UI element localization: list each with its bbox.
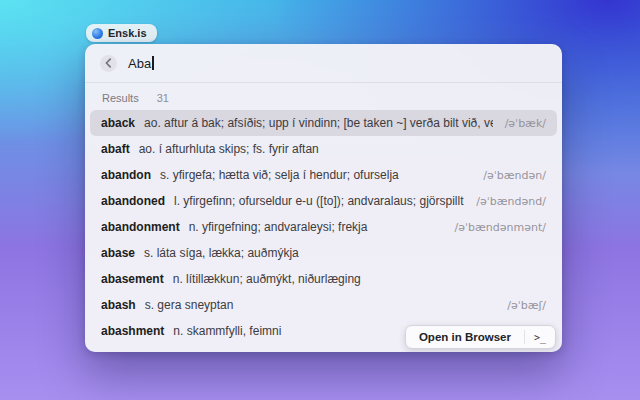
results-count: 31 <box>157 92 169 104</box>
entry-definition: s. minnka; slá af (um verð); gera enda á… <box>141 350 494 352</box>
dictionary-entry-row[interactable]: abasement n. lítillækkun; auðmýkt, niður… <box>90 266 557 292</box>
back-button[interactable] <box>100 55 117 72</box>
open-in-browser-button[interactable]: Open in Browser <box>406 326 524 348</box>
entry-definition: l. yfirgefinn; ofurseldur e-u ([to]); an… <box>174 194 464 208</box>
ensk-app-icon <box>92 28 103 39</box>
entry-phonetic: /əˈbændənd/ <box>476 195 546 208</box>
entry-word: abase <box>101 246 135 260</box>
results-label: Results <box>102 92 139 104</box>
dictionary-entry-row[interactable]: abase s. láta síga, lækka; auðmýkja <box>90 240 557 266</box>
entry-phonetic: /əˈbændən/ <box>483 169 546 182</box>
dictionary-entry-row[interactable]: abash s. gera sneyptan /əˈbæʃ/ <box>90 292 557 318</box>
entry-word: abaft <box>101 142 130 156</box>
entry-word: abashment <box>101 324 164 338</box>
search-input[interactable]: Aba <box>128 56 154 71</box>
entry-definition: ao. í afturhluta skips; fs. fyrir aftan <box>139 142 534 156</box>
chevron-left-icon <box>104 58 113 68</box>
entry-definition: n. yfirgefning; andvaraleysi; frekja <box>189 220 443 234</box>
search-query: Aba <box>128 56 151 71</box>
entry-definition: s. láta síga, lækka; auðmýkja <box>144 246 534 260</box>
dictionary-entry-row[interactable]: aback ao. aftur á bak; afsíðis; upp í vi… <box>90 110 557 136</box>
entry-phonetic: /əˈbæʃ/ <box>507 299 546 312</box>
entry-definition: n. lítillækkun; auðmýkt, niðurlæging <box>173 272 534 286</box>
entry-word: aback <box>101 116 135 130</box>
entry-word: abandonment <box>101 220 180 234</box>
text-cursor <box>152 56 154 70</box>
dictionary-entry-row[interactable]: abandoned l. yfirgefinn; ofurseldur e-u … <box>90 188 557 214</box>
search-bar: Aba <box>85 44 562 82</box>
results-list: aback ao. aftur á bak; afsíðis; upp í vi… <box>85 107 562 352</box>
entry-word: abandon <box>101 168 151 182</box>
terminal-prompt-icon: >_ <box>534 332 546 343</box>
terminal-shortcut-button[interactable]: >_ <box>525 326 555 348</box>
app-tab[interactable]: Ensk.is <box>86 24 157 42</box>
dictionary-entry-row[interactable]: abandonment n. yfirgefning; andvaraleysi… <box>90 214 557 240</box>
entry-word: abash <box>101 298 136 312</box>
entry-phonetic: /əˈbeɪt/ <box>507 351 546 353</box>
dictionary-entry-row[interactable]: abandon s. yfirgefa; hætta við; selja í … <box>90 162 557 188</box>
entry-phonetic: /əˈbæk/ <box>505 117 546 130</box>
results-header: Results 31 <box>85 83 562 107</box>
entry-word: abandoned <box>101 194 165 208</box>
entry-word: abasement <box>101 272 164 286</box>
app-tab-label: Ensk.is <box>108 27 147 39</box>
footer-actions: Open in Browser >_ <box>405 325 556 349</box>
dictionary-window: Aba Results 31 aback ao. aftur á bak; af… <box>85 44 562 352</box>
entry-definition: ao. aftur á bak; afsíðis; upp í vindinn;… <box>144 116 493 130</box>
dictionary-entry-row[interactable]: abaft ao. í afturhluta skips; fs. fyrir … <box>90 136 557 162</box>
entry-word: abate <box>101 350 132 352</box>
entry-phonetic: /əˈbændənmənt/ <box>455 221 546 234</box>
entry-definition: s. yfirgefa; hætta við; selja í hendur; … <box>160 168 471 182</box>
entry-definition: s. gera sneyptan <box>145 298 496 312</box>
